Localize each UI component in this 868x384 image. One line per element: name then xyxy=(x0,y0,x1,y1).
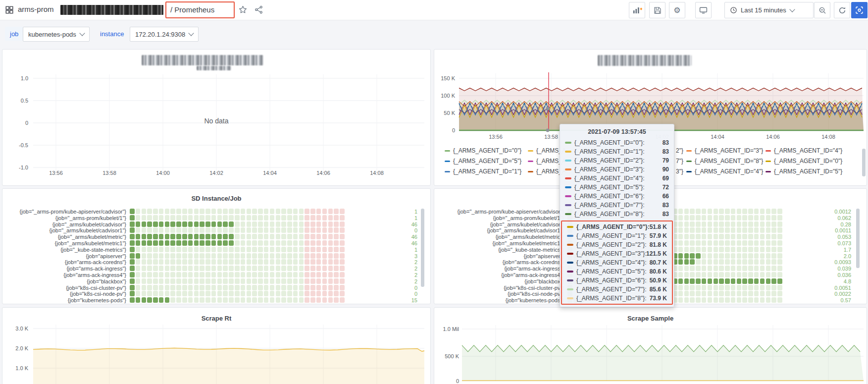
status-cell xyxy=(771,221,776,227)
status-cell xyxy=(766,272,771,277)
status-cell xyxy=(771,234,776,239)
legend-item[interactable]: {_ARMS_AGENT_ID="8"} xyxy=(686,158,763,165)
status-cell xyxy=(340,247,345,252)
status-cell xyxy=(188,253,193,259)
status-cell xyxy=(725,240,730,246)
status-cell xyxy=(678,266,683,271)
sd-left-scrollbar[interactable] xyxy=(421,209,424,287)
status-cell xyxy=(136,278,141,284)
legend-item[interactable]: {_ARMS_AGENT_ID="3"} xyxy=(686,147,763,154)
apps-grid-icon[interactable] xyxy=(5,5,14,14)
tooltip-series-row: {_ARMS_AGENT_ID="6"}:66 xyxy=(560,192,674,201)
status-cell xyxy=(211,278,216,284)
star-icon[interactable] xyxy=(239,5,247,14)
x-axis-tick: 14:00 xyxy=(156,170,170,176)
status-cell xyxy=(316,240,321,246)
status-cell xyxy=(176,234,181,239)
status-cell xyxy=(766,215,771,220)
legend-item[interactable]: {_ARMS_AGENT_ID="1"} xyxy=(445,168,521,175)
variable-select-job[interactable]: kubernetes-pods xyxy=(23,27,90,42)
status-cell xyxy=(287,247,292,252)
status-cell xyxy=(241,234,246,239)
tooltip-series-dash xyxy=(565,213,571,215)
status-cell xyxy=(766,253,771,259)
status-cell xyxy=(702,291,707,296)
add-panel-button[interactable] xyxy=(629,2,645,18)
legend-item[interactable]: {_ARMS_AGENT_ID="4"} xyxy=(766,147,842,154)
status-cell xyxy=(310,240,315,246)
variable-select-instance[interactable]: 172.20.1.24:9308 xyxy=(130,27,199,42)
status-cell xyxy=(299,234,304,239)
status-cell xyxy=(678,291,683,296)
status-cell xyxy=(714,285,718,290)
status-cell xyxy=(247,209,252,214)
row-value: 2 xyxy=(383,259,417,265)
dashboard-settings-button[interactable]: ⚙ xyxy=(669,2,685,18)
legend-item[interactable]: {_ARMS_AGENT_ID="5"} xyxy=(766,168,842,175)
status-cell xyxy=(205,227,210,233)
status-cell xyxy=(340,278,345,284)
status-cell xyxy=(328,253,333,259)
row-label-job: {job="_arms/kubelet/cadvisor1"} xyxy=(5,227,126,233)
status-cell xyxy=(229,240,234,246)
tooltip-series-row: {_ARMS_AGENT_ID="4"}:80.7 K xyxy=(562,258,672,267)
share-icon[interactable] xyxy=(255,5,263,14)
time-range-picker[interactable]: Last 15 minutes xyxy=(724,2,814,18)
status-cell xyxy=(165,291,170,296)
status-cell xyxy=(276,247,281,252)
status-cell xyxy=(281,272,286,277)
status-cell xyxy=(334,215,339,220)
status-cell xyxy=(188,297,193,303)
status-cell xyxy=(165,272,170,277)
status-cell xyxy=(165,297,170,303)
status-cell xyxy=(287,234,292,239)
status-cell xyxy=(235,234,240,239)
variable-value-instance: 172.20.1.24:9308 xyxy=(135,31,185,38)
status-cell xyxy=(142,253,147,259)
tooltip-series-label: {_ARMS_AGENT_ID="0"}: xyxy=(574,139,645,146)
cycle-view-button[interactable] xyxy=(695,2,712,18)
status-cell xyxy=(714,227,718,233)
legend-scrollbar[interactable] xyxy=(862,149,866,176)
status-cell xyxy=(340,253,345,259)
refresh-button[interactable] xyxy=(834,2,850,18)
status-cell xyxy=(217,285,222,290)
status-cell xyxy=(142,272,147,277)
row-label-job: {job="arms-ack-ingress"} xyxy=(437,266,564,272)
status-cell xyxy=(264,285,269,290)
tooltip-series-dash xyxy=(565,186,571,188)
status-cell xyxy=(708,234,713,239)
status-cell xyxy=(293,259,298,265)
zoom-out-button[interactable] xyxy=(814,2,830,18)
status-cell xyxy=(754,259,759,265)
status-cell xyxy=(334,272,339,277)
status-cell xyxy=(165,215,170,220)
status-cell xyxy=(247,297,252,303)
status-cell xyxy=(293,215,298,220)
legend-item[interactable]: {_ARMS_AGENT_ID="0"} xyxy=(766,158,842,165)
save-dashboard-button[interactable] xyxy=(649,2,665,18)
status-cell xyxy=(142,227,147,233)
legend-item[interactable]: {_ARMS_AGENT_ID="5"} xyxy=(445,158,521,165)
status-cell xyxy=(276,259,281,265)
status-cell xyxy=(258,291,263,296)
status-cell xyxy=(142,266,147,271)
status-cell xyxy=(252,272,257,277)
legend-item[interactable]: {_ARMS_AGENT_ID="0"} xyxy=(445,147,521,154)
row-value: 0.073 xyxy=(817,240,851,246)
status-cell xyxy=(334,266,339,271)
status-cell xyxy=(130,272,135,277)
status-cell xyxy=(708,253,713,259)
sd-right-scrollbar[interactable] xyxy=(856,209,860,268)
status-cell xyxy=(252,221,257,227)
row-label-job: {job="kubernetes-pods"} xyxy=(5,297,126,303)
scan-focus-button[interactable] xyxy=(851,2,868,18)
status-cell xyxy=(194,259,199,265)
tooltip-annotated-box: {_ARMS_AGENT_ID="0"}:51.8 K{_ARMS_AGENT_… xyxy=(561,220,673,305)
status-cell xyxy=(714,266,718,271)
status-cell xyxy=(252,240,257,246)
status-cell xyxy=(182,259,187,265)
status-cell xyxy=(229,272,234,277)
status-cell xyxy=(252,266,257,271)
legend-item[interactable]: {_ARMS_AGENT_ID="4"} xyxy=(686,168,763,175)
